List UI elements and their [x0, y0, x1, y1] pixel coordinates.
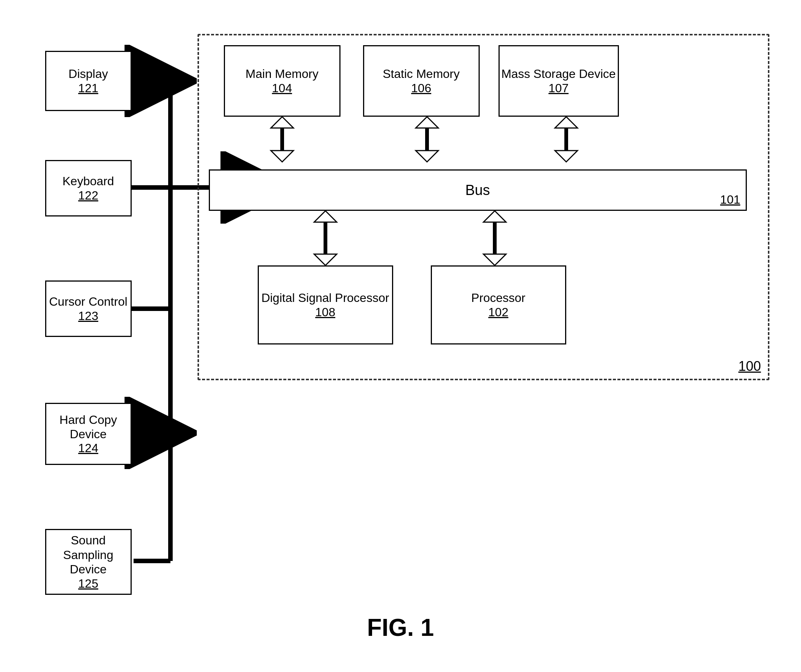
cursor-control-label: Cursor Control — [49, 294, 127, 309]
system-num: 100 — [738, 358, 761, 374]
static-memory-num: 106 — [411, 81, 431, 95]
sound-sampling-box: Sound Sampling Device 125 — [45, 529, 132, 595]
sound-sampling-num: 125 — [78, 577, 98, 591]
main-memory-num: 104 — [272, 81, 292, 95]
main-memory-label: Main Memory — [246, 67, 318, 81]
keyboard-label: Keyboard — [63, 174, 114, 188]
dsp-num: 108 — [315, 305, 335, 319]
dsp-box: Digital Signal Processor 108 — [258, 266, 393, 345]
cursor-control-box: Cursor Control 123 — [45, 280, 132, 337]
keyboard-box: Keyboard 122 — [45, 160, 132, 216]
display-num: 121 — [78, 81, 98, 95]
hard-copy-label: Hard Copy Device — [46, 413, 130, 442]
static-memory-label: Static Memory — [383, 67, 459, 81]
dsp-label: Digital Signal Processor — [262, 291, 389, 305]
cursor-control-num: 123 — [78, 309, 98, 323]
display-box: Display 121 — [45, 51, 132, 111]
main-memory-box: Main Memory 104 — [224, 45, 341, 117]
processor-num: 102 — [488, 305, 508, 319]
bus-box: Bus 101 — [209, 169, 747, 211]
figure-caption: FIG. 1 — [367, 614, 434, 641]
static-memory-box: Static Memory 106 — [363, 45, 480, 117]
processor-box: Processor 102 — [431, 266, 566, 345]
bus-num: 101 — [720, 193, 740, 207]
hard-copy-num: 124 — [78, 441, 98, 455]
processor-label: Processor — [471, 291, 525, 305]
bus-label: Bus — [465, 182, 490, 198]
display-label: Display — [69, 67, 108, 81]
keyboard-num: 122 — [78, 189, 98, 203]
hard-copy-box: Hard Copy Device 124 — [45, 403, 132, 465]
mass-storage-label: Mass Storage Device — [501, 67, 616, 81]
mass-storage-box: Mass Storage Device 107 — [499, 45, 619, 117]
sound-sampling-label: Sound Sampling Device — [46, 533, 130, 576]
diagram: 100 Main Memory 104 Static Memory 106 Ma… — [24, 23, 777, 606]
mass-storage-num: 107 — [548, 81, 568, 95]
